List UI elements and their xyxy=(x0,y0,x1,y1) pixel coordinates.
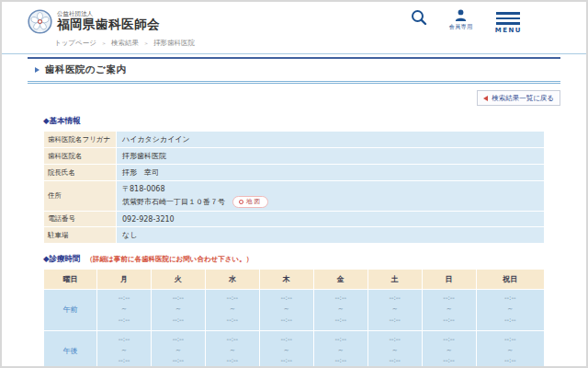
hours-cell: --:--~--:-- xyxy=(205,330,259,368)
hours-day-header: 水 xyxy=(205,270,259,290)
hours-cell: --:--~--:-- xyxy=(422,290,476,331)
hours-day-header: 火 xyxy=(151,270,205,290)
hours-cell: --:--~--:-- xyxy=(313,290,368,331)
phone-number-value: 092-928-3210 xyxy=(117,212,545,227)
back-to-results-label: 検索結果一覧に戻る xyxy=(492,94,554,103)
row-label: 歯科医院名フリガナ xyxy=(44,132,117,148)
address-value: 〒818-0068 筑紫野市石崎一丁目１０番７号 地図 xyxy=(117,181,545,212)
members-only-label: 会員専用 xyxy=(449,23,473,31)
hours-heading-text: ◆診療時間 xyxy=(43,254,81,265)
page-title-bar: 歯科医院のご案内 xyxy=(28,57,560,84)
table-row-address: 住所 〒818-0068 筑紫野市石崎一丁目１０番７号 地図 xyxy=(44,181,545,212)
breadcrumb-results-link[interactable]: 検索結果 xyxy=(111,39,139,48)
row-label: 電話番号 xyxy=(44,212,117,227)
hours-cell: --:--~--:-- xyxy=(476,330,544,368)
hours-table-body: 午前--:--~--:----:--~--:----:--~--:----:--… xyxy=(44,290,545,368)
table-row: 院長氏名 拝形 幸司 xyxy=(44,165,545,181)
hours-day-header: 土 xyxy=(368,270,422,290)
members-only-button[interactable]: 会員専用 xyxy=(449,9,473,31)
table-row: 歯科医院名フリガナ ハイカタシカイイン xyxy=(44,132,545,148)
breadcrumb-separator: ＞ xyxy=(101,40,107,48)
back-arrow-icon xyxy=(483,96,488,101)
association-emblem-icon xyxy=(28,9,52,34)
hours-cell: --:--~--:-- xyxy=(151,330,205,368)
map-pin-icon xyxy=(239,200,243,204)
row-label: 駐車場 xyxy=(44,227,117,244)
hours-cell: --:--~--:-- xyxy=(368,330,422,368)
org-name: 福岡県歯科医師会 xyxy=(57,17,160,32)
title-arrow-icon xyxy=(35,67,40,73)
breadcrumb-separator: ＞ xyxy=(143,40,149,48)
page-title: 歯科医院のご案内 xyxy=(45,63,127,76)
clinic-name-value: 拝形歯科医院 xyxy=(117,148,545,165)
hours-cell: --:--~--:-- xyxy=(205,290,259,331)
basic-info-table: 歯科医院名フリガナ ハイカタシカイイン 歯科医院名 拝形歯科医院 院長氏名 拝形… xyxy=(43,131,545,244)
main-content: 歯科医院のご案内 検索結果一覧に戻る ◆基本情報 歯科医院名フリガナ ハイカタシ… xyxy=(2,54,586,368)
map-button[interactable]: 地図 xyxy=(232,196,268,208)
map-button-label: 地図 xyxy=(246,198,262,206)
menu-label: MENU xyxy=(495,27,522,34)
parking-value: なし xyxy=(117,227,545,244)
hours-header-row: 曜日月火水木金土日祝日 xyxy=(44,270,545,290)
hours-cell: --:--~--:-- xyxy=(313,330,368,368)
row-label: 院長氏名 xyxy=(44,165,117,181)
hours-day-header: 祝日 xyxy=(476,270,544,290)
hours-note: （詳細は事前に各歯科医院にお問い合わせ下さい。） xyxy=(86,255,254,264)
hours-day-header: 木 xyxy=(259,270,313,290)
hours-table: 曜日月火水木金土日祝日 午前--:--~--:----:--~--:----:-… xyxy=(43,269,545,368)
hours-cell: --:--~--:-- xyxy=(151,290,205,331)
hours-row: 午後--:--~--:----:--~--:----:--~--:----:--… xyxy=(44,330,545,368)
hours-cell: --:--~--:-- xyxy=(368,290,422,331)
menu-button[interactable]: MENU xyxy=(495,9,522,34)
hours-cell: --:--~--:-- xyxy=(422,330,476,368)
row-label: 歯科医院名 xyxy=(44,148,117,165)
director-name-value: 拝形 幸司 xyxy=(117,165,545,181)
table-row: 電話番号 092-928-3210 xyxy=(44,212,545,227)
search-icon xyxy=(411,9,427,26)
clinic-name-kana-value: ハイカタシカイイン xyxy=(117,132,545,148)
street-address: 筑紫野市石崎一丁目１０番７号 xyxy=(122,197,225,207)
person-icon xyxy=(455,9,467,21)
hours-cell: --:--~--:-- xyxy=(259,290,313,331)
site-header: 公益社団法人 福岡県歯科医師会 会員専用 MENU xyxy=(2,2,586,54)
basic-info-heading-text: ◆基本情報 xyxy=(43,116,81,127)
site-logo[interactable]: 公益社団法人 福岡県歯科医師会 xyxy=(28,9,160,34)
hours-cell: --:--~--:-- xyxy=(97,330,152,368)
hours-row-label: 午後 xyxy=(44,330,97,368)
breadcrumb-home-link[interactable]: トップページ xyxy=(54,39,96,48)
hours-day-header: 金 xyxy=(313,270,368,290)
hours-day-header: 月 xyxy=(97,270,152,290)
hours-day-header: 曜日 xyxy=(44,270,97,290)
table-row: 歯科医院名 拝形歯科医院 xyxy=(44,148,545,165)
hours-cell: --:--~--:-- xyxy=(97,290,152,331)
basic-info-heading: ◆基本情報 xyxy=(43,116,545,127)
hours-cell: --:--~--:-- xyxy=(259,330,313,368)
hamburger-icon xyxy=(496,9,520,25)
postal-code: 〒818-0068 xyxy=(122,184,538,194)
hours-row: 午前--:--~--:----:--~--:----:--~--:----:--… xyxy=(44,290,545,331)
hours-cell: --:--~--:-- xyxy=(476,290,544,331)
search-button[interactable] xyxy=(411,9,427,26)
row-label: 住所 xyxy=(44,181,117,212)
breadcrumb-current-page: 拝形歯科医院 xyxy=(153,39,195,48)
breadcrumb: トップページ ＞ 検索結果 ＞ 拝形歯科医院 xyxy=(2,34,586,53)
hours-heading: ◆診療時間 （詳細は事前に各歯科医院にお問い合わせ下さい。） xyxy=(43,254,545,265)
hours-day-header: 日 xyxy=(422,270,476,290)
table-row: 駐車場 なし xyxy=(44,227,545,244)
back-to-results-button[interactable]: 検索結果一覧に戻る xyxy=(477,90,560,106)
hours-row-label: 午前 xyxy=(44,290,97,331)
